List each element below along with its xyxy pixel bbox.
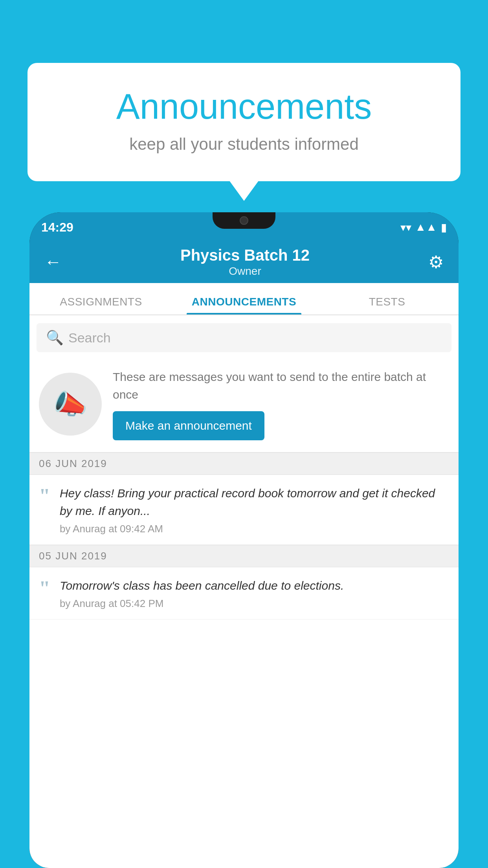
tabs-bar: ASSIGNMENTS ANNOUNCEMENTS TESTS — [29, 283, 459, 315]
megaphone-icon: 📣 — [53, 388, 88, 420]
batch-subtitle: Owner — [180, 265, 310, 278]
date-separator-2: 05 JUN 2019 — [29, 545, 459, 567]
announcement-message-1: Hey class! Bring your practical record b… — [60, 484, 449, 520]
header-title-group: Physics Batch 12 Owner — [180, 246, 310, 278]
status-icons: ▾▾ ▲▲ ▮ — [400, 221, 447, 234]
camera-notch — [240, 216, 248, 225]
signal-icon: ▲▲ — [415, 221, 437, 234]
batch-title: Physics Batch 12 — [180, 246, 310, 264]
phone-notch — [213, 212, 275, 229]
tab-tests[interactable]: TESTS — [316, 296, 459, 314]
promo-right: These are messages you want to send to t… — [113, 368, 449, 440]
announcement-text-2: Tomorrow's class has been cancelled due … — [60, 577, 449, 610]
promo-block: 📣 These are messages you want to send to… — [29, 360, 459, 452]
app-header: ← Physics Batch 12 Owner ⚙ — [29, 241, 459, 283]
back-button[interactable]: ← — [40, 248, 66, 276]
announcement-item-1: " Hey class! Bring your practical record… — [29, 475, 459, 545]
battery-icon: ▮ — [441, 221, 447, 234]
promo-icon-circle: 📣 — [39, 373, 102, 436]
tab-announcements[interactable]: ANNOUNCEMENTS — [172, 296, 316, 314]
announcement-message-2: Tomorrow's class has been cancelled due … — [60, 577, 449, 594]
card-title: Announcements — [59, 86, 429, 127]
announcement-text-1: Hey class! Bring your practical record b… — [60, 484, 449, 535]
announcement-item-2: " Tomorrow's class has been cancelled du… — [29, 567, 459, 620]
settings-button[interactable]: ⚙ — [424, 248, 448, 276]
phone-frame: 14:29 ▾▾ ▲▲ ▮ ← Physics Batch 12 Owner ⚙… — [29, 212, 459, 868]
scroll-content: 🔍 Search 📣 These are messages you want t… — [29, 315, 459, 868]
wifi-icon: ▾▾ — [400, 221, 411, 234]
make-announcement-button[interactable]: Make an announcement — [113, 411, 264, 440]
announcement-author-2: by Anurag at 05:42 PM — [60, 598, 449, 610]
search-placeholder: Search — [68, 330, 111, 346]
announcement-author-1: by Anurag at 09:42 AM — [60, 523, 449, 535]
announcement-card: Announcements keep all your students inf… — [28, 63, 460, 181]
quote-icon-1: " — [39, 486, 50, 506]
search-bar[interactable]: 🔍 Search — [37, 323, 451, 352]
search-icon: 🔍 — [46, 329, 64, 346]
quote-icon-2: " — [39, 578, 50, 599]
card-subtitle: keep all your students informed — [59, 135, 429, 154]
promo-description: These are messages you want to send to t… — [113, 368, 449, 403]
tab-assignments[interactable]: ASSIGNMENTS — [29, 296, 172, 314]
date-separator-1: 06 JUN 2019 — [29, 452, 459, 475]
status-time: 14:29 — [41, 220, 73, 235]
